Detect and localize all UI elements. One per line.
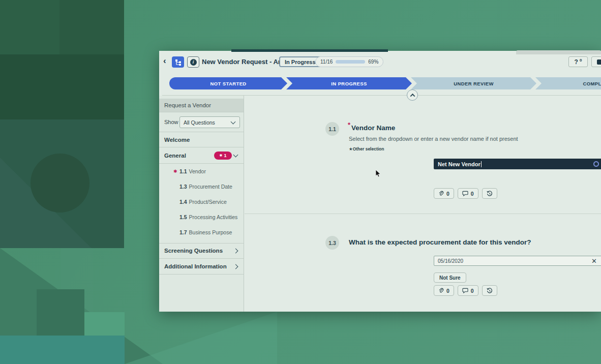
divider xyxy=(245,214,601,214)
required-count-badge: ✱ 1 xyxy=(214,151,232,160)
bg-shape xyxy=(59,0,124,54)
question-label: Product/Service xyxy=(189,199,227,205)
question-label: Vendor xyxy=(189,168,206,174)
mouse-cursor xyxy=(375,169,381,178)
info-icon: i xyxy=(190,59,197,66)
question-number: 1.5 xyxy=(179,214,187,220)
comments-button[interactable]: 0 xyxy=(458,188,478,199)
bg-shape xyxy=(0,0,59,54)
chevron-up-icon xyxy=(410,93,415,98)
sidebar-item-1-4-product-service[interactable]: 1.4 Product/Service xyxy=(159,194,244,209)
question-number: 1.3 xyxy=(179,184,187,190)
required-icon: * xyxy=(348,121,350,129)
star-icon: ★ xyxy=(349,146,353,151)
question-number-circle: 1.3 xyxy=(325,236,339,250)
input-value: 05/16/2020 xyxy=(438,258,463,264)
comments-button[interactable]: 0 xyxy=(458,285,478,296)
stepper-step-in-progress: IN PROGRESS xyxy=(286,77,412,89)
collapse-stepper-button[interactable] xyxy=(407,89,418,101)
question-subtitle: Select from the dropdown or enter a new … xyxy=(349,136,518,142)
sidebar-item-1-5-processing-activities[interactable]: 1.5 Processing Activities xyxy=(159,209,244,225)
clear-icon[interactable]: ✕ xyxy=(591,258,597,264)
section-label: Screening Questions xyxy=(164,248,223,254)
flag-icon xyxy=(597,59,601,65)
stepper-step-not-started: NOT STARTED xyxy=(169,77,287,89)
comments-count: 0 xyxy=(471,191,474,197)
question-label: Processing Activities xyxy=(189,214,238,220)
progress-indicator: 11/16 69% xyxy=(315,56,383,67)
comments-count: 0 xyxy=(471,288,474,294)
question-actions: 0 0 xyxy=(434,188,497,199)
attachments-button[interactable]: 0 xyxy=(434,285,454,296)
progress-fraction: 11/16 xyxy=(320,59,333,65)
history-button[interactable] xyxy=(482,285,497,296)
chevron-right-icon xyxy=(233,264,238,269)
procurement-date-input[interactable]: 05/16/2020 ✕ xyxy=(434,256,601,266)
filter-row: Show All Questions xyxy=(159,112,244,132)
sidebar-item-1-7-business-purpose[interactable]: 1.7 Business Purpose xyxy=(159,225,244,240)
question-filter-select[interactable]: All Questions xyxy=(179,116,240,128)
loading-spinner-icon xyxy=(593,161,599,167)
show-label: Show xyxy=(164,119,178,125)
paperclip-icon xyxy=(438,191,444,196)
sidebar-item-additional-information[interactable]: Additional Information xyxy=(159,259,244,275)
bg-shape xyxy=(37,289,84,337)
text-caret xyxy=(481,161,482,167)
chevron-right-icon xyxy=(233,248,238,253)
sidebar-item-1-3-procurement-date[interactable]: 1.3 Procurement Date xyxy=(159,179,244,194)
other-selection-label: ★Other selection xyxy=(349,146,384,151)
history-button[interactable] xyxy=(482,188,497,199)
sidebar-item-1-1-vendor[interactable]: ✱ 1.1 Vendor xyxy=(159,164,244,179)
bg-shape xyxy=(0,54,124,119)
attachments-count: 0 xyxy=(446,288,449,294)
question-actions: 0 0 xyxy=(434,285,497,296)
help-button[interactable]: ? 0 xyxy=(568,56,588,67)
sidebar-item-welcome[interactable]: Welcome xyxy=(159,132,244,147)
comment-icon xyxy=(462,288,468,293)
progress-percent: 69% xyxy=(368,59,378,65)
sidebar-item-screening-questions[interactable]: Screening Questions xyxy=(159,243,244,259)
input-value: Net New Vendor xyxy=(438,161,480,167)
chevron-down-icon xyxy=(233,152,238,157)
chevron-down-icon xyxy=(231,119,236,124)
filter-value: All Questions xyxy=(184,119,215,126)
back-icon[interactable]: ‹ xyxy=(163,56,166,66)
question-label: Business Purpose xyxy=(189,229,232,235)
question-mark-icon: ? xyxy=(575,58,578,66)
browser-edge-strip xyxy=(516,50,601,54)
sidebar-title: Request a Vendor xyxy=(159,99,244,112)
question-number: 1.4 xyxy=(179,199,187,205)
flag-button[interactable]: 0 xyxy=(591,56,601,67)
help-count: 0 xyxy=(580,58,582,63)
question-label: Procurement Date xyxy=(189,184,232,190)
stepper-step-completed: COMPLETED xyxy=(535,77,601,89)
section-label: Additional Information xyxy=(164,263,227,269)
bg-shape xyxy=(31,154,89,213)
bg-shape xyxy=(0,336,125,364)
stepper-step-under-review: UNDER REVIEW xyxy=(411,77,536,89)
section-label: General xyxy=(164,153,186,159)
tree-icon xyxy=(175,59,182,66)
attachments-button[interactable]: 0 xyxy=(434,188,454,199)
paperclip-icon xyxy=(438,288,444,293)
app-window: ‹ i New Vendor Request - Amazo... In Pro… xyxy=(159,51,601,312)
question-number: 1.1 xyxy=(179,168,187,174)
vendor-name-input[interactable]: Net New Vendor ✕ xyxy=(434,159,601,169)
question-title: What is the expected procurement date fo… xyxy=(349,238,531,246)
badge-count: 1 xyxy=(224,153,226,158)
asterisk-icon: ✱ xyxy=(220,154,223,158)
section-label: Welcome xyxy=(164,137,190,143)
browser-tab-strip xyxy=(231,49,388,52)
tree-view-button[interactable] xyxy=(172,56,184,68)
workflow-stepper: NOT STARTED IN PROGRESS UNDER REVIEW COM… xyxy=(159,77,601,89)
sidebar: Request a Vendor Show All Questions Welc… xyxy=(159,96,244,312)
progress-bar xyxy=(336,60,365,64)
required-icon: ✱ xyxy=(173,169,177,174)
attachments-count: 0 xyxy=(446,191,449,197)
question-number: 1.7 xyxy=(179,229,187,235)
sidebar-item-general[interactable]: General ✱ 1 xyxy=(159,147,244,164)
question-number-circle: 1.1 xyxy=(325,122,339,136)
info-button[interactable]: i xyxy=(187,56,199,68)
question-title: Vendor Name xyxy=(351,124,395,132)
not-sure-button[interactable]: Not Sure xyxy=(434,272,466,283)
